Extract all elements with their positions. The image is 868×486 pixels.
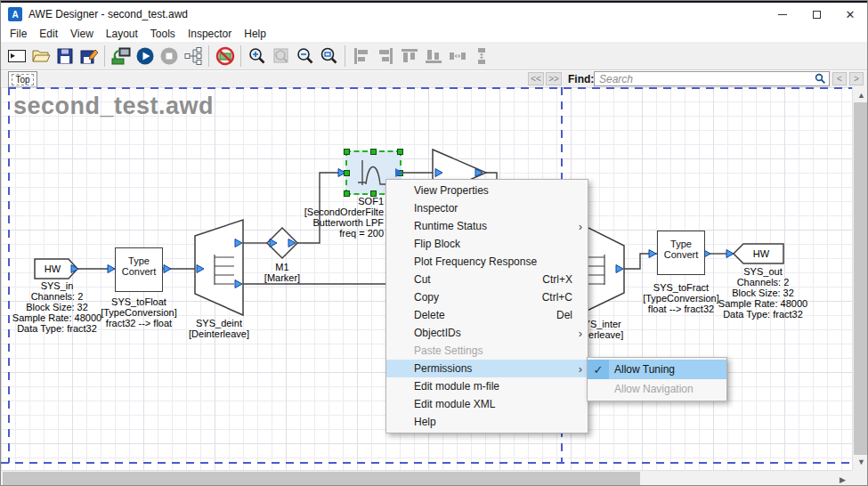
stop-icon [158, 45, 180, 67]
find-forward-button[interactable]: >> [546, 72, 562, 85]
align-bottom-button[interactable] [421, 44, 445, 68]
align-left-button[interactable] [349, 44, 373, 68]
maximize-icon [813, 11, 821, 19]
menu-item-edit-module-m-file[interactable]: Edit module m-file [386, 377, 588, 395]
tab-top[interactable]: Top [8, 71, 37, 87]
menu-help[interactable]: Help [238, 27, 272, 41]
search-input[interactable] [594, 71, 830, 86]
menu-item-edit-module-xml[interactable]: Edit module XML [386, 395, 588, 413]
toolbar-separator [240, 45, 241, 67]
profile-system-button[interactable] [181, 44, 205, 68]
find-next-button[interactable]: > [849, 72, 864, 85]
block-sys-tofract[interactable]: Type Convert [657, 231, 705, 275]
minimize-icon [778, 14, 787, 15]
align-top-icon [399, 45, 420, 67]
menu-file[interactable]: File [4, 27, 33, 41]
menu-item-runtime-status[interactable]: Runtime Status› [386, 217, 588, 235]
menu-item-flip-block[interactable]: Flip Block [386, 235, 588, 253]
menu-item-objectids[interactable]: ObjectIDs› [386, 324, 588, 342]
distribute-horizontal-button[interactable] [445, 44, 469, 68]
find-label: Find: [568, 73, 594, 85]
context-menu: View Properties Inspector Runtime Status… [385, 179, 588, 433]
menu-tools[interactable]: Tools [144, 27, 182, 41]
submenu-item-allow-navigation[interactable]: Allow Navigation [588, 379, 726, 399]
window-controls: ✕ [766, 3, 867, 26]
open-file-button[interactable] [28, 44, 53, 68]
sys-in-shape-label: HW [45, 263, 61, 274]
scroll-down-icon[interactable]: ▼ [854, 458, 868, 466]
horizontal-scrollbar[interactable]: ▶ [1, 470, 852, 486]
block-sys-tofloat[interactable]: Type Convert [115, 247, 163, 292]
menu-item-delete[interactable]: DeleteDel [386, 306, 588, 324]
tab-row: Top << >> Find: < > [1, 71, 867, 87]
find-prev-button[interactable]: < [832, 72, 847, 85]
scroll-right-icon[interactable]: ▶ [835, 475, 850, 484]
menu-item-help[interactable]: Help [386, 413, 588, 431]
close-button[interactable]: ✕ [833, 3, 867, 26]
zoom-normal-button[interactable] [269, 44, 293, 68]
play-icon [134, 45, 156, 67]
zoom-region-button[interactable] [317, 44, 341, 68]
align-right-button[interactable] [373, 44, 397, 68]
menu-item-permissions[interactable]: Permissions› [386, 360, 588, 377]
scroll-up-icon[interactable]: ▲ [854, 91, 868, 100]
zoom-region-icon [319, 45, 340, 67]
close-icon: ✕ [846, 9, 856, 20]
vertical-scrollbar-thumb[interactable] [854, 102, 868, 455]
submenu-arrow-icon: › [579, 220, 582, 233]
vertical-scrollbar[interactable]: ▲ ▼ [852, 87, 868, 470]
toolbar [1, 42, 867, 70]
new-design-button[interactable] [4, 44, 28, 68]
halt-audio-button[interactable] [213, 44, 237, 68]
maximize-button[interactable] [799, 3, 833, 26]
horizontal-scrollbar-thumb[interactable] [3, 472, 640, 486]
distribute-horizontal-icon [447, 45, 468, 67]
search-icon [815, 73, 826, 85]
selection-handle[interactable] [397, 149, 403, 155]
menu-edit[interactable]: Edit [33, 27, 64, 41]
pin [726, 250, 734, 258]
submenu-arrow-icon: › [579, 327, 582, 340]
design-canvas[interactable]: second_test.awd [1, 87, 852, 470]
toolbar-separator [104, 45, 105, 67]
zoom-in-button[interactable] [245, 44, 269, 68]
submenu-item-allow-tuning[interactable]: ✓ Allow Tuning [588, 360, 726, 379]
label-sof1: SOF1 [SecondOrderFilte Butterworth LPF f… [259, 196, 384, 239]
minimize-button[interactable] [766, 3, 799, 26]
selection-handle[interactable] [344, 170, 350, 176]
app-icon: A [8, 7, 22, 21]
menu-item-view-properties[interactable]: View Properties [386, 182, 588, 199]
deploy-to-target-icon [110, 45, 132, 67]
menu-view[interactable]: View [64, 27, 100, 41]
align-right-icon [375, 45, 396, 67]
menu-item-cut[interactable]: CutCtrl+X [386, 271, 588, 288]
distribute-vertical-button[interactable] [469, 44, 493, 68]
find-back-button[interactable]: << [528, 72, 544, 85]
menu-item-paste-settings[interactable]: Paste Settings [386, 342, 588, 360]
save-as-button[interactable] [77, 44, 101, 68]
permissions-submenu: ✓ Allow Tuning Allow Navigation [587, 357, 727, 401]
halt-audio-icon [215, 45, 236, 67]
save-as-icon [78, 45, 100, 67]
menu-layout[interactable]: Layout [100, 27, 144, 41]
label-sys-out: SYS_out Channels: 2 Block Size: 32 Sampl… [705, 266, 821, 320]
save-button[interactable] [53, 44, 77, 68]
distribute-vertical-icon [471, 45, 492, 67]
sys-out-shape-label: HW [753, 248, 770, 259]
selection-handle[interactable] [370, 149, 377, 155]
align-top-button[interactable] [397, 44, 421, 68]
menu-item-plot-frequency-response[interactable]: Plot Frequency Response [386, 253, 588, 271]
zoom-out-button[interactable] [293, 44, 317, 68]
selection-handle[interactable] [344, 149, 350, 155]
menu-inspector[interactable]: Inspector [182, 27, 238, 41]
menu-item-inspector[interactable]: Inspector [386, 199, 588, 217]
scrollbar-corner [852, 470, 868, 486]
save-icon [54, 45, 76, 67]
deploy-to-target-button[interactable] [109, 44, 133, 68]
app-window: A AWE Designer - second_test.awd ✕ File … [0, 0, 868, 486]
menu-item-copy[interactable]: CopyCtrl+C [386, 288, 588, 306]
run-button[interactable] [133, 44, 157, 68]
stop-button[interactable] [157, 44, 181, 68]
pin [649, 250, 656, 258]
title-bar: A AWE Designer - second_test.awd ✕ [1, 3, 867, 26]
